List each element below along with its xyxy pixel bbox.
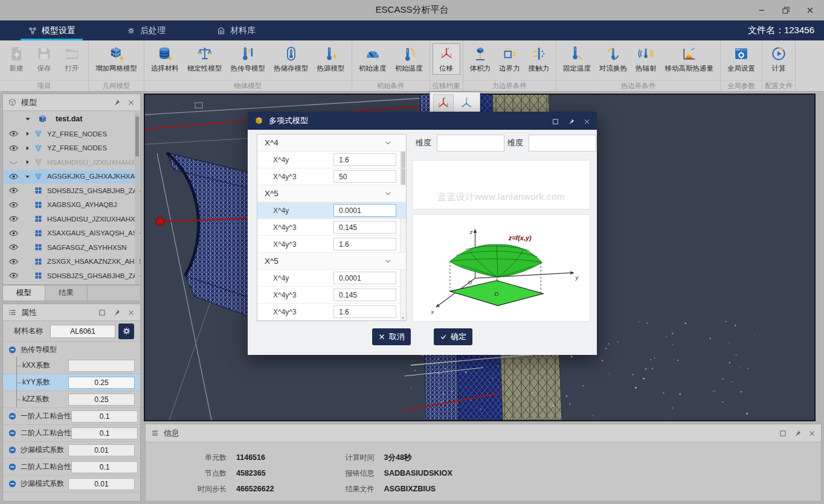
coefficient-input[interactable] bbox=[333, 238, 396, 250]
close-icon[interactable] bbox=[127, 308, 135, 317]
property-value-input[interactable] bbox=[68, 377, 135, 389]
tree-item[interactable]: HSAUHDISU_JZXIUXHAHX bbox=[3, 155, 140, 170]
menu-tab[interactable]: 材料库 bbox=[207, 21, 265, 40]
visibility-eye-icon[interactable] bbox=[8, 157, 19, 167]
visibility-eye-icon[interactable] bbox=[8, 129, 19, 139]
tree-item[interactable]: AGSGKJKG_GJHXAJKHXA bbox=[3, 170, 140, 184]
visibility-eye-icon[interactable] bbox=[8, 214, 19, 224]
displacement-xyz-button[interactable]: zxy bbox=[433, 94, 454, 112]
sidebar-tab[interactable]: 结果 bbox=[45, 285, 88, 301]
visibility-eye-icon[interactable] bbox=[8, 242, 19, 252]
toolbar-button[interactable]: 边界力 bbox=[495, 43, 524, 75]
tree-root-item[interactable]: test.dat bbox=[3, 111, 140, 127]
caret-icon[interactable] bbox=[24, 244, 31, 250]
polynomial-row[interactable]: X^4y^3 bbox=[257, 219, 406, 236]
property-row[interactable]: 沙漏模式系数 bbox=[3, 476, 140, 493]
property-value-input[interactable] bbox=[68, 478, 135, 490]
confirm-button[interactable]: 确定 bbox=[434, 328, 472, 345]
tree-item[interactable]: ZSXGX_HSAKAZNZXK_AHASX bbox=[3, 255, 140, 269]
collapse-minus-icon[interactable] bbox=[8, 462, 17, 471]
visibility-eye-icon[interactable] bbox=[8, 171, 19, 182]
property-row[interactable]: 沙漏模式系数 bbox=[3, 442, 140, 459]
toolbar-button[interactable]: 增加网格模型 bbox=[91, 43, 141, 75]
toolbar-button[interactable]: 全局设置 bbox=[723, 43, 759, 75]
polynomial-row[interactable]: X^5 bbox=[257, 253, 406, 270]
minimize-button[interactable] bbox=[754, 4, 770, 17]
caret-icon[interactable] bbox=[24, 258, 31, 265]
property-row[interactable]: kXX系数 bbox=[3, 357, 140, 374]
property-row[interactable]: 热传导模型 bbox=[3, 342, 140, 357]
property-value-input[interactable] bbox=[71, 427, 138, 439]
pin-icon[interactable] bbox=[112, 308, 121, 317]
toolbar-button[interactable]: 体积力 bbox=[466, 43, 495, 75]
restore-button[interactable] bbox=[778, 4, 794, 17]
visibility-eye-icon[interactable] bbox=[8, 228, 19, 238]
property-value-input[interactable] bbox=[71, 410, 138, 423]
tree-item[interactable]: SDHSBJZS_GHSABJHB_ZAHU bbox=[3, 183, 140, 198]
menu-tab[interactable]: 模型设置 bbox=[18, 21, 85, 40]
chevron-down-icon[interactable] bbox=[384, 138, 393, 147]
collapse-minus-icon[interactable] bbox=[8, 412, 17, 421]
maximize-icon[interactable] bbox=[552, 117, 559, 125]
polynomial-row[interactable]: X^4y bbox=[257, 152, 406, 168]
close-icon[interactable] bbox=[127, 98, 135, 107]
pin-icon[interactable] bbox=[793, 429, 802, 438]
tree-item[interactable]: SDHSBJZS_GHSABJHB_ZAHU bbox=[3, 269, 140, 283]
visibility-eye-icon[interactable] bbox=[8, 270, 19, 281]
toolbar-button[interactable]: 初始速度 bbox=[355, 43, 391, 75]
property-row[interactable]: kYY系数 bbox=[3, 374, 140, 391]
polynomial-row[interactable]: X^4y^3 bbox=[257, 236, 406, 253]
dimension-input-1[interactable] bbox=[437, 135, 504, 152]
tree-item[interactable]: YZ_FREE_NODES bbox=[3, 141, 140, 156]
property-value-input[interactable] bbox=[71, 461, 138, 473]
coefficient-input[interactable] bbox=[333, 170, 396, 183]
material-name-input[interactable] bbox=[50, 325, 115, 338]
tree-item[interactable]: XAGBSXG_AYHAQBJ bbox=[3, 198, 140, 212]
polynomial-row[interactable]: X^4y^3 bbox=[257, 168, 406, 185]
toolbar-button[interactable]: 热储存模型 bbox=[269, 43, 313, 75]
caret-icon[interactable] bbox=[24, 130, 31, 137]
pin-icon[interactable] bbox=[112, 98, 121, 107]
tree-scrollbar[interactable] bbox=[135, 112, 140, 284]
caret-icon[interactable] bbox=[24, 159, 31, 165]
dimension-input-2[interactable] bbox=[529, 135, 596, 152]
tree-item[interactable]: XSAXGAUS_AISYAQSH_ASHX bbox=[3, 226, 140, 241]
toolbar-button[interactable]: 打开 bbox=[58, 43, 86, 75]
collapse-minus-icon[interactable] bbox=[8, 479, 17, 488]
close-icon[interactable] bbox=[583, 117, 591, 125]
menu-tab[interactable]: 后处理 bbox=[117, 21, 175, 40]
coefficient-input[interactable] bbox=[333, 204, 396, 217]
toolbar-button[interactable]: 保存 bbox=[30, 43, 58, 75]
polynomial-row[interactable]: X^4y bbox=[257, 270, 406, 287]
toolbar-button[interactable]: 初始温度 bbox=[391, 43, 427, 75]
collapse-minus-icon[interactable] bbox=[8, 345, 17, 354]
displacement-alt-button[interactable]: z bbox=[456, 94, 477, 112]
tree-item[interactable]: YZ_FREE_NODES bbox=[3, 127, 140, 141]
coefficient-input[interactable] bbox=[333, 289, 396, 301]
coefficient-input[interactable] bbox=[333, 305, 396, 318]
maximize-icon[interactable] bbox=[98, 308, 106, 317]
toolbar-button[interactable]: zxy 位移 bbox=[433, 43, 460, 75]
tree-item[interactable]: SAGFASGZ_ASYHHXSN bbox=[3, 240, 140, 255]
toolbar-button[interactable]: 热辐射 bbox=[631, 43, 661, 75]
coefficient-input[interactable] bbox=[333, 272, 396, 284]
caret-icon[interactable] bbox=[24, 230, 31, 237]
coefficient-input[interactable] bbox=[333, 221, 396, 234]
property-row[interactable]: 一阶人工粘合性 bbox=[3, 408, 140, 425]
close-button[interactable] bbox=[802, 4, 818, 17]
polynomial-row[interactable]: X^4y^3 bbox=[257, 304, 406, 321]
visibility-eye-icon[interactable] bbox=[8, 257, 19, 267]
property-value-input[interactable] bbox=[68, 444, 135, 456]
dialog-header[interactable]: 多项式模型 bbox=[248, 112, 597, 130]
visibility-eye-icon[interactable] bbox=[8, 185, 19, 196]
polynomial-row[interactable]: X^4 bbox=[257, 135, 406, 152]
property-value-input[interactable] bbox=[68, 394, 135, 406]
property-row[interactable]: 二阶人工粘合性 bbox=[3, 425, 140, 442]
toolbar-button[interactable]: 移动高斯热通量 bbox=[661, 43, 718, 75]
caret-icon[interactable] bbox=[24, 272, 31, 279]
toolbar-button[interactable]: 计算 bbox=[765, 43, 793, 75]
cancel-button[interactable]: 取消 bbox=[372, 328, 411, 345]
chevron-down-icon[interactable] bbox=[384, 189, 393, 198]
property-value-input[interactable] bbox=[68, 360, 135, 372]
caret-icon[interactable] bbox=[24, 173, 31, 180]
